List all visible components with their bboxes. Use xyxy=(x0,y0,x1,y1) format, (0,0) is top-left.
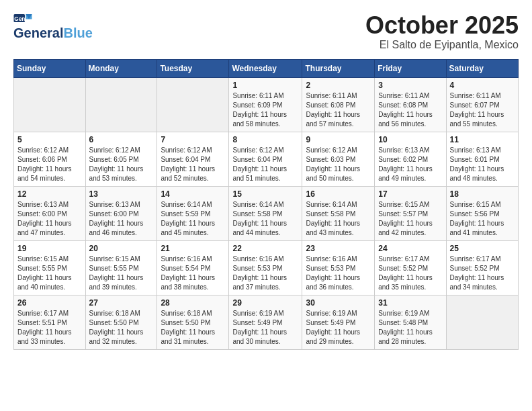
day-number: 24 xyxy=(378,244,442,253)
day-number: 26 xyxy=(17,298,82,308)
day-info: Sunrise: 6:18 AMSunset: 5:50 PMDaylight:… xyxy=(89,309,154,347)
calendar-table: SundayMondayTuesdayWednesdayThursdayFrid… xyxy=(13,59,519,350)
calendar-header-row: SundayMondayTuesdayWednesdayThursdayFrid… xyxy=(14,59,519,77)
calendar-cell: 15Sunrise: 6:14 AMSunset: 5:58 PMDayligh… xyxy=(229,186,302,240)
week-row-3: 12Sunrise: 6:13 AMSunset: 6:00 PMDayligh… xyxy=(14,186,519,240)
day-number: 18 xyxy=(450,189,515,199)
day-info: Sunrise: 6:16 AMSunset: 5:53 PMDaylight:… xyxy=(306,255,371,292)
day-info: Sunrise: 6:12 AMSunset: 6:06 PMDaylight:… xyxy=(17,146,82,183)
day-number: 5 xyxy=(17,135,82,144)
day-info: Sunrise: 6:13 AMSunset: 6:00 PMDaylight:… xyxy=(89,200,154,238)
calendar-cell: 17Sunrise: 6:15 AMSunset: 5:57 PMDayligh… xyxy=(375,186,446,240)
logo-icon: General xyxy=(13,12,32,24)
calendar-cell: 12Sunrise: 6:13 AMSunset: 6:00 PMDayligh… xyxy=(14,186,86,240)
calendar-cell: 7Sunrise: 6:12 AMSunset: 6:04 PMDaylight… xyxy=(157,132,229,186)
day-number: 4 xyxy=(450,81,515,90)
calendar-cell: 26Sunrise: 6:17 AMSunset: 5:51 PMDayligh… xyxy=(14,295,86,349)
title-block: October 2025 El Salto de Eyipantla, Mexi… xyxy=(365,12,519,51)
day-info: Sunrise: 6:17 AMSunset: 5:52 PMDaylight:… xyxy=(450,255,515,292)
calendar-cell: 21Sunrise: 6:16 AMSunset: 5:54 PMDayligh… xyxy=(157,240,229,295)
day-number: 12 xyxy=(17,189,82,199)
page: General General Blue October 2025 El Sal… xyxy=(0,0,532,411)
day-info: Sunrise: 6:14 AMSunset: 5:58 PMDaylight:… xyxy=(232,200,298,238)
calendar-cell: 3Sunrise: 6:11 AMSunset: 6:08 PMDaylight… xyxy=(375,77,446,132)
day-number: 11 xyxy=(450,135,515,144)
calendar-cell: 10Sunrise: 6:13 AMSunset: 6:02 PMDayligh… xyxy=(375,132,446,186)
calendar-cell: 28Sunrise: 6:18 AMSunset: 5:50 PMDayligh… xyxy=(157,295,229,349)
calendar-cell xyxy=(157,77,229,132)
calendar-cell: 2Sunrise: 6:11 AMSunset: 6:08 PMDaylight… xyxy=(302,77,375,132)
header: General General Blue October 2025 El Sal… xyxy=(13,12,519,51)
day-number: 21 xyxy=(161,244,225,253)
calendar-cell: 24Sunrise: 6:17 AMSunset: 5:52 PMDayligh… xyxy=(375,240,446,295)
calendar-cell: 4Sunrise: 6:11 AMSunset: 6:07 PMDaylight… xyxy=(446,77,518,132)
day-number: 2 xyxy=(306,81,371,90)
calendar-cell: 30Sunrise: 6:19 AMSunset: 5:49 PMDayligh… xyxy=(302,295,375,349)
day-info: Sunrise: 6:11 AMSunset: 6:09 PMDaylight:… xyxy=(232,91,298,129)
day-number: 30 xyxy=(306,298,371,308)
day-number: 10 xyxy=(378,135,442,144)
calendar-cell: 27Sunrise: 6:18 AMSunset: 5:50 PMDayligh… xyxy=(85,295,157,349)
logo-general: General xyxy=(13,26,63,41)
logo-blue: Blue xyxy=(63,26,92,41)
calendar-cell: 6Sunrise: 6:12 AMSunset: 6:05 PMDaylight… xyxy=(85,132,157,186)
day-number: 16 xyxy=(306,189,371,199)
day-number: 15 xyxy=(232,189,298,199)
day-info: Sunrise: 6:15 AMSunset: 5:56 PMDaylight:… xyxy=(450,200,515,238)
day-number: 29 xyxy=(232,298,298,308)
day-info: Sunrise: 6:15 AMSunset: 5:55 PMDaylight:… xyxy=(17,255,82,292)
day-info: Sunrise: 6:15 AMSunset: 5:55 PMDaylight:… xyxy=(89,255,154,292)
calendar-cell: 18Sunrise: 6:15 AMSunset: 5:56 PMDayligh… xyxy=(446,186,518,240)
calendar-cell: 14Sunrise: 6:14 AMSunset: 5:59 PMDayligh… xyxy=(157,186,229,240)
calendar-cell: 22Sunrise: 6:16 AMSunset: 5:53 PMDayligh… xyxy=(229,240,302,295)
calendar-cell: 8Sunrise: 6:12 AMSunset: 6:04 PMDaylight… xyxy=(229,132,302,186)
day-info: Sunrise: 6:14 AMSunset: 5:58 PMDaylight:… xyxy=(306,200,371,238)
day-info: Sunrise: 6:14 AMSunset: 5:59 PMDaylight:… xyxy=(161,200,225,238)
calendar-cell: 19Sunrise: 6:15 AMSunset: 5:55 PMDayligh… xyxy=(14,240,86,295)
day-info: Sunrise: 6:13 AMSunset: 6:02 PMDaylight:… xyxy=(378,146,442,183)
day-info: Sunrise: 6:11 AMSunset: 6:08 PMDaylight:… xyxy=(306,91,371,129)
day-number: 27 xyxy=(89,298,154,308)
day-number: 17 xyxy=(378,189,442,199)
day-number: 3 xyxy=(378,81,442,90)
week-row-2: 5Sunrise: 6:12 AMSunset: 6:06 PMDaylight… xyxy=(14,132,519,186)
day-number: 13 xyxy=(89,189,154,199)
day-number: 22 xyxy=(232,244,298,253)
day-info: Sunrise: 6:11 AMSunset: 6:08 PMDaylight:… xyxy=(378,91,442,129)
day-number: 20 xyxy=(89,244,154,253)
day-info: Sunrise: 6:12 AMSunset: 6:04 PMDaylight:… xyxy=(232,146,298,183)
day-info: Sunrise: 6:18 AMSunset: 5:50 PMDaylight:… xyxy=(161,309,225,347)
day-info: Sunrise: 6:19 AMSunset: 5:49 PMDaylight:… xyxy=(306,309,371,347)
header-sunday: Sunday xyxy=(14,59,86,77)
calendar-cell: 5Sunrise: 6:12 AMSunset: 6:06 PMDaylight… xyxy=(14,132,86,186)
day-number: 9 xyxy=(306,135,371,144)
header-monday: Monday xyxy=(85,59,157,77)
day-info: Sunrise: 6:12 AMSunset: 6:05 PMDaylight:… xyxy=(89,146,154,183)
calendar-cell: 16Sunrise: 6:14 AMSunset: 5:58 PMDayligh… xyxy=(302,186,375,240)
logo: General General Blue xyxy=(13,12,93,41)
calendar-cell xyxy=(446,295,518,349)
calendar-cell: 9Sunrise: 6:12 AMSunset: 6:03 PMDaylight… xyxy=(302,132,375,186)
calendar-cell: 29Sunrise: 6:19 AMSunset: 5:49 PMDayligh… xyxy=(229,295,302,349)
calendar-cell: 23Sunrise: 6:16 AMSunset: 5:53 PMDayligh… xyxy=(302,240,375,295)
day-info: Sunrise: 6:15 AMSunset: 5:57 PMDaylight:… xyxy=(378,200,442,238)
week-row-4: 19Sunrise: 6:15 AMSunset: 5:55 PMDayligh… xyxy=(14,240,519,295)
day-number: 25 xyxy=(450,244,515,253)
day-info: Sunrise: 6:12 AMSunset: 6:03 PMDaylight:… xyxy=(306,146,371,183)
day-info: Sunrise: 6:16 AMSunset: 5:53 PMDaylight:… xyxy=(232,255,298,292)
calendar-cell: 25Sunrise: 6:17 AMSunset: 5:52 PMDayligh… xyxy=(446,240,518,295)
day-info: Sunrise: 6:17 AMSunset: 5:51 PMDaylight:… xyxy=(17,309,82,347)
calendar-cell: 1Sunrise: 6:11 AMSunset: 6:09 PMDaylight… xyxy=(229,77,302,132)
day-number: 6 xyxy=(89,135,154,144)
day-number: 19 xyxy=(17,244,82,253)
day-number: 14 xyxy=(161,189,225,199)
day-number: 8 xyxy=(232,135,298,144)
header-friday: Friday xyxy=(375,59,446,77)
calendar-cell: 11Sunrise: 6:13 AMSunset: 6:01 PMDayligh… xyxy=(446,132,518,186)
day-number: 23 xyxy=(306,244,371,253)
day-info: Sunrise: 6:13 AMSunset: 6:01 PMDaylight:… xyxy=(450,146,515,183)
calendar-title: October 2025 xyxy=(365,12,519,39)
header-tuesday: Tuesday xyxy=(157,59,229,77)
calendar-cell: 31Sunrise: 6:19 AMSunset: 5:48 PMDayligh… xyxy=(375,295,446,349)
calendar-cell xyxy=(85,77,157,132)
